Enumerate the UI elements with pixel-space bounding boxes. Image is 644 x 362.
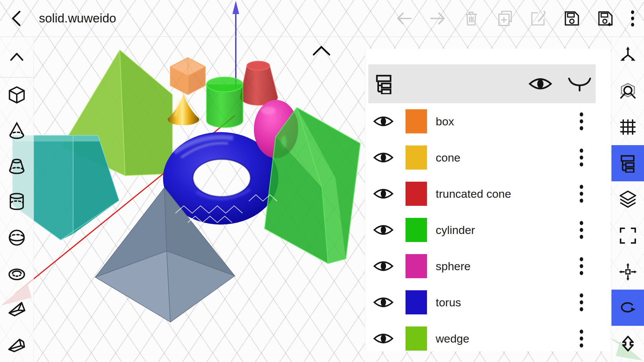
tool-cone-button[interactable] [0, 113, 34, 148]
grid-toggle-button[interactable] [611, 109, 644, 145]
layers-button[interactable] [611, 181, 644, 218]
color-swatch[interactable] [406, 145, 427, 170]
view-cube-button[interactable] [611, 73, 644, 109]
trash-icon[interactable] [462, 9, 480, 27]
move-tool-button[interactable] [611, 254, 644, 290]
objects-panel-header [368, 64, 596, 103]
object-label: box [436, 115, 454, 128]
rotate-arrow-icon [619, 298, 637, 317]
object-label: cone [436, 151, 461, 164]
object-row-torus[interactable]: torus [365, 284, 611, 320]
save-floppy-icon[interactable] [563, 9, 581, 27]
move-arrows-icon [619, 262, 637, 281]
row-menu-kebab-icon[interactable] [579, 328, 584, 349]
object-row-cone[interactable]: cone [365, 139, 611, 176]
prism-outline-icon [7, 299, 26, 318]
visibility-eye-icon[interactable] [373, 187, 393, 201]
cylinder-outline-icon [7, 192, 26, 212]
object-label: wedge [436, 332, 469, 345]
tool-wedge-button[interactable] [0, 326, 34, 362]
row-menu-kebab-icon[interactable] [579, 219, 584, 241]
tool-torus-button[interactable] [0, 255, 34, 291]
frame-brackets-icon [619, 226, 637, 245]
truncated-cone-top [247, 61, 270, 70]
edit-pencil-icon[interactable] [529, 9, 547, 27]
app-root: { "app": { "title": "solid.wuweido" }, "… [0, 0, 644, 362]
visibility-eye-icon[interactable] [373, 331, 393, 346]
color-swatch[interactable] [406, 254, 427, 278]
selection-frame-button[interactable] [611, 218, 644, 254]
cylinder-top [207, 77, 243, 92]
color-swatch[interactable] [406, 326, 427, 351]
row-menu-kebab-icon[interactable] [579, 292, 584, 313]
visibility-eye-icon[interactable] [373, 114, 393, 128]
shape-cylinder[interactable] [207, 77, 243, 127]
frustum-outline-icon [7, 157, 26, 176]
chevron-up-icon [7, 47, 26, 67]
tree-view-icon [619, 154, 637, 173]
tool-cylinder-button[interactable] [0, 184, 34, 220]
object-row-box[interactable]: box [365, 103, 611, 139]
torus-outline-icon [7, 263, 26, 283]
save-as-floppy-plus-icon[interactable] [596, 9, 614, 27]
torus-hole-rim [193, 159, 251, 197]
shape-box[interactable] [170, 58, 205, 95]
double-arrow-icon [619, 335, 637, 353]
sphere-sheen [261, 107, 276, 115]
color-swatch[interactable] [406, 290, 427, 314]
back-chevron-icon[interactable] [9, 9, 26, 28]
objects-panel: box cone truncated cone cylinder sphere … [365, 49, 611, 351]
show-all-eye-open-icon[interactable] [529, 76, 552, 92]
color-swatch[interactable] [406, 109, 427, 133]
visibility-eye-icon[interactable] [373, 150, 393, 165]
object-row-cylinder[interactable]: cylinder [365, 212, 611, 248]
object-row-sphere[interactable]: sphere [365, 248, 611, 284]
top-bar: solid.wuweido [0, 0, 644, 37]
object-label: cylinder [436, 224, 475, 237]
layers-icon [619, 190, 637, 209]
tool-sphere-button[interactable] [0, 220, 34, 255]
axis-tripod-icon [619, 46, 637, 64]
tool-truncated-cone-button[interactable] [0, 148, 34, 184]
grid-icon [619, 118, 637, 136]
document-title: solid.wuweido [39, 11, 116, 25]
object-row-wedge[interactable]: wedge [365, 320, 611, 351]
sphere-outline-icon [7, 228, 26, 247]
wedge-outline-icon [7, 335, 26, 354]
tree-view-icon [374, 73, 394, 94]
redo-arrow-icon[interactable] [429, 9, 447, 27]
row-menu-kebab-icon[interactable] [579, 255, 584, 277]
row-menu-kebab-icon[interactable] [579, 147, 584, 168]
hide-all-eye-closed-icon[interactable] [568, 75, 592, 92]
object-row-truncated-cone[interactable]: truncated cone [365, 176, 611, 212]
color-swatch[interactable] [406, 218, 427, 242]
visibility-eye-icon[interactable] [373, 295, 393, 309]
toolbar-collapse-button[interactable] [0, 37, 34, 77]
visibility-eye-icon[interactable] [373, 259, 393, 273]
viewport-handle-chevron-icon[interactable] [314, 47, 329, 55]
tool-box-button[interactable] [0, 77, 34, 113]
left-toolbar [0, 37, 34, 362]
structure-panel-button[interactable] [611, 145, 644, 181]
object-label: torus [436, 296, 461, 309]
row-menu-kebab-icon[interactable] [579, 111, 584, 132]
object-label: truncated cone [436, 187, 511, 200]
undo-arrow-icon[interactable] [395, 9, 413, 27]
cube-magnifier-icon [619, 82, 637, 101]
duplicate-icon[interactable] [496, 9, 514, 27]
mirror-tool-button[interactable] [611, 326, 644, 362]
shape-truncated-cone[interactable] [240, 61, 278, 106]
view-axes-button[interactable] [611, 37, 644, 73]
object-label: sphere [436, 260, 471, 273]
cube-outline-icon [7, 85, 26, 105]
kebab-menu-icon[interactable] [630, 9, 635, 27]
visibility-eye-icon[interactable] [373, 223, 393, 237]
rotate-tool-button[interactable] [611, 290, 644, 326]
wedge-left-side-face[interactable] [120, 50, 172, 176]
color-swatch[interactable] [406, 182, 427, 206]
row-menu-kebab-icon[interactable] [579, 183, 584, 204]
tool-prism-button[interactable] [0, 291, 34, 326]
right-toolbar [611, 37, 644, 362]
topbar-actions [395, 9, 635, 27]
cone-outline-icon [7, 121, 26, 140]
